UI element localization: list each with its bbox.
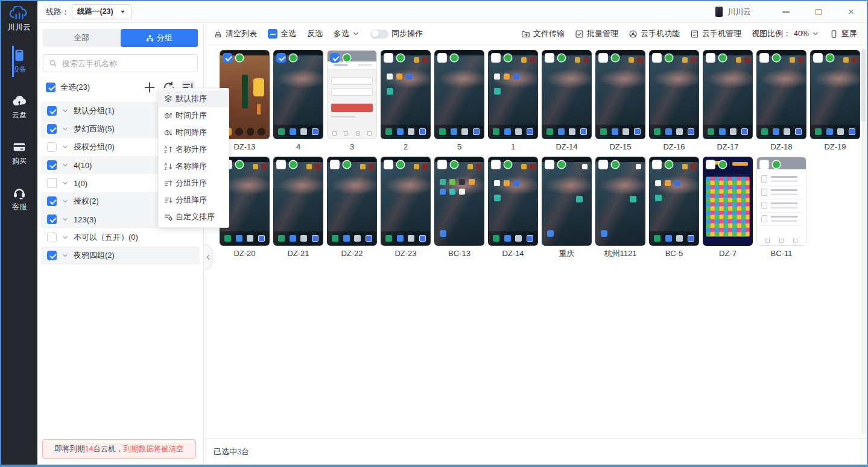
device-card[interactable]: DZ-23 <box>381 157 431 261</box>
add-group-button[interactable] <box>143 81 156 94</box>
chevron-down-icon[interactable] <box>62 125 69 133</box>
device-checkbox[interactable] <box>223 53 232 63</box>
group-row[interactable]: 夜鸦四组(2) <box>41 246 200 265</box>
sort-menu-item[interactable]: 默认排序 <box>159 90 229 107</box>
device-card[interactable]: DZ-16 <box>649 50 699 154</box>
tab-all[interactable]: 全部 <box>43 29 121 47</box>
device-screen[interactable] <box>273 157 323 246</box>
select-all-toolbar[interactable]: 全选 <box>268 28 296 39</box>
group-checkbox[interactable] <box>47 178 57 188</box>
sidebar-item-购买[interactable]: 购买 <box>12 140 27 166</box>
device-card[interactable]: DZ-22 <box>327 157 377 261</box>
select-all-checkbox[interactable] <box>46 83 55 92</box>
device-checkbox[interactable] <box>706 160 715 169</box>
device-screen[interactable] <box>542 50 592 139</box>
device-card[interactable]: 重庆 <box>542 157 592 261</box>
device-card[interactable]: 1 <box>488 50 538 154</box>
device-checkbox[interactable] <box>437 160 447 169</box>
device-screen[interactable] <box>649 157 699 246</box>
device-checkbox[interactable] <box>759 160 769 169</box>
chevron-down-icon[interactable] <box>62 198 69 205</box>
scrollbar-thumb[interactable] <box>861 49 866 122</box>
maximize-button[interactable] <box>813 6 825 18</box>
device-screen[interactable] <box>595 50 645 139</box>
group-checkbox[interactable] <box>47 196 57 206</box>
device-checkbox[interactable] <box>598 53 608 63</box>
device-checkbox[interactable] <box>330 160 340 169</box>
device-card[interactable]: DZ-21 <box>273 157 323 261</box>
multi-select-dropdown[interactable]: 多选 <box>334 28 360 39</box>
sort-menu-item[interactable]: 时间升序 <box>159 107 229 124</box>
chevron-down-icon[interactable] <box>62 161 69 169</box>
group-row[interactable]: 不可以（五开）(0) <box>41 228 200 246</box>
group-checkbox[interactable] <box>47 215 57 224</box>
file-transfer-button[interactable]: 文件传输 <box>521 28 565 39</box>
batch-manage-button[interactable]: 批量管理 <box>575 28 618 39</box>
device-screen[interactable] <box>381 50 431 139</box>
sort-menu-item[interactable]: 分组升序 <box>159 175 229 192</box>
device-screen[interactable] <box>381 157 431 246</box>
search-input[interactable] <box>61 58 192 69</box>
device-screen[interactable] <box>327 50 377 139</box>
cloud-manage-button[interactable]: 云手机管理 <box>690 28 741 39</box>
device-checkbox[interactable] <box>759 53 769 63</box>
device-card[interactable]: BC-13 <box>434 157 484 261</box>
device-screen[interactable] <box>810 50 860 139</box>
sidebar-item-客服[interactable]: 客服 <box>12 186 27 212</box>
chevron-down-icon[interactable] <box>62 180 69 187</box>
select-all-toolbar-checkbox[interactable] <box>268 29 277 39</box>
device-checkbox[interactable] <box>437 53 447 63</box>
view-scale-dropdown[interactable]: 视图比例： 40% <box>752 28 819 39</box>
cloud-features-button[interactable]: 云手机功能 <box>629 28 680 39</box>
tab-groups[interactable]: 分组 <box>121 29 198 47</box>
device-checkbox[interactable] <box>384 53 393 63</box>
device-checkbox[interactable] <box>598 160 608 169</box>
device-card[interactable]: DZ-15 <box>595 50 645 154</box>
invert-select-button[interactable]: 反选 <box>307 28 323 39</box>
device-checkbox[interactable] <box>652 160 662 169</box>
sort-menu-item[interactable]: AZ 名称降序 <box>159 158 229 175</box>
device-card[interactable]: DZ-7 <box>703 157 753 261</box>
device-card[interactable]: 4 <box>273 50 323 154</box>
chevron-down-icon[interactable] <box>62 216 69 223</box>
device-checkbox[interactable] <box>545 53 554 63</box>
sidebar-item-云盘[interactable]: 云盘 <box>12 94 27 121</box>
group-checkbox[interactable] <box>47 106 57 116</box>
device-checkbox[interactable] <box>813 53 823 63</box>
group-checkbox[interactable] <box>47 142 57 152</box>
device-checkbox[interactable] <box>491 53 501 63</box>
device-checkbox[interactable] <box>545 160 554 169</box>
sort-menu-item[interactable]: 时间降序 <box>159 124 229 141</box>
device-screen[interactable] <box>488 50 538 139</box>
device-card[interactable]: BC-5 <box>649 157 699 261</box>
group-checkbox[interactable] <box>47 233 57 242</box>
device-screen[interactable] <box>434 157 484 246</box>
device-card[interactable]: DZ-18 <box>756 50 806 154</box>
portrait-button[interactable]: 竖屏 <box>829 28 857 39</box>
group-checkbox[interactable] <box>47 251 57 260</box>
sort-menu-item[interactable]: 自定义排序 <box>159 208 229 225</box>
device-screen[interactable] <box>595 157 645 246</box>
device-screen[interactable] <box>434 50 484 139</box>
chevron-down-icon[interactable] <box>62 107 69 114</box>
device-card[interactable]: BC-11 <box>756 157 806 261</box>
device-screen[interactable] <box>703 50 753 139</box>
device-card[interactable]: DZ-14 <box>488 157 538 261</box>
line-select-dropdown[interactable]: 线路一(23) <box>72 4 131 19</box>
sort-menu-item[interactable]: AZ 名称升序 <box>159 141 229 158</box>
chevron-down-icon[interactable] <box>62 252 69 259</box>
device-card[interactable]: 5 <box>434 50 484 154</box>
device-screen[interactable] <box>649 50 699 139</box>
sort-menu-item[interactable]: 分组降序 <box>159 192 229 208</box>
device-checkbox[interactable] <box>330 53 340 63</box>
device-screen[interactable] <box>488 157 538 246</box>
group-checkbox[interactable] <box>47 160 57 170</box>
sync-ops-toggle[interactable] <box>370 30 388 39</box>
device-checkbox[interactable] <box>276 53 286 63</box>
device-screen[interactable] <box>756 50 806 139</box>
device-screen[interactable] <box>327 157 377 246</box>
device-card[interactable]: 3 <box>327 50 377 154</box>
device-checkbox[interactable] <box>652 53 662 63</box>
device-card[interactable]: DZ-17 <box>703 50 753 154</box>
device-screen[interactable] <box>756 157 806 246</box>
